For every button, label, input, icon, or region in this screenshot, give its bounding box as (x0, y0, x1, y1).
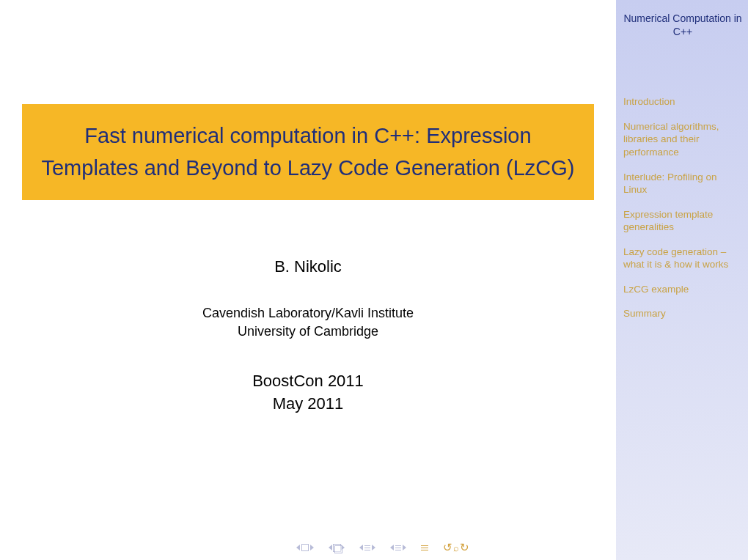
arrow-left-icon (329, 545, 332, 550)
sidebar-item-summary[interactable]: Summary (623, 307, 742, 320)
lines-icon (395, 545, 401, 550)
nav-section-button[interactable] (359, 545, 375, 550)
arrow-left-icon (359, 545, 363, 550)
sidebar-item-expression-template[interactable]: Expression template generalities (623, 208, 742, 234)
author-name: B. Nikolic (274, 257, 342, 276)
event-line: BoostCon 2011 (252, 370, 364, 393)
sidebar-item-introduction[interactable]: Introduction (623, 95, 742, 108)
arrow-right-icon (310, 545, 314, 550)
sidebar-item-lazy-code[interactable]: Lazy code generation – what it is & how … (623, 246, 742, 271)
arrow-right-icon (372, 545, 375, 550)
nav-subsection-button[interactable] (329, 544, 345, 551)
pages-icon (333, 544, 340, 551)
nav-part-button[interactable] (390, 545, 406, 550)
affiliation-line: Cavendish Laboratory/Kavli Institute (202, 304, 414, 323)
sidebar-item-interlude[interactable]: Interlude: Profiling on Linux (623, 171, 742, 196)
nav-back-forward[interactable]: ↺ ⌕ ↻ (443, 541, 469, 554)
beamer-nav-controls: ↺ ⌕ ↻ (296, 541, 469, 554)
event-info: BoostCon 2011 May 2011 (252, 370, 364, 416)
redo-icon: ↻ (460, 541, 469, 554)
sidebar-item-numerical-algorithms[interactable]: Numerical algorithms, libraries and thei… (623, 120, 742, 159)
event-line: May 2011 (252, 393, 364, 416)
arrow-left-icon (390, 545, 394, 550)
lines-icon (364, 545, 370, 550)
sidebar-title: Numerical Computation in C++ (623, 12, 742, 38)
affiliation: Cavendish Laboratory/Kavli Institute Uni… (202, 304, 414, 341)
sidebar: Numerical Computation in C++ Introductio… (616, 0, 748, 560)
nav-toc-button[interactable] (421, 545, 428, 550)
sidebar-item-lzcg-example[interactable]: LzCG example (623, 283, 742, 296)
undo-icon: ↺ (443, 541, 452, 554)
frame-icon (301, 544, 309, 551)
nav-frame-button[interactable] (296, 544, 314, 551)
arrow-right-icon (403, 545, 406, 550)
arrow-left-icon (296, 545, 300, 550)
main-content: Fast numerical computation in C++: Expre… (0, 0, 616, 560)
slide-title: Fast numerical computation in C++: Expre… (22, 104, 594, 200)
affiliation-line: University of Cambridge (202, 323, 414, 341)
search-icon: ⌕ (453, 542, 459, 553)
